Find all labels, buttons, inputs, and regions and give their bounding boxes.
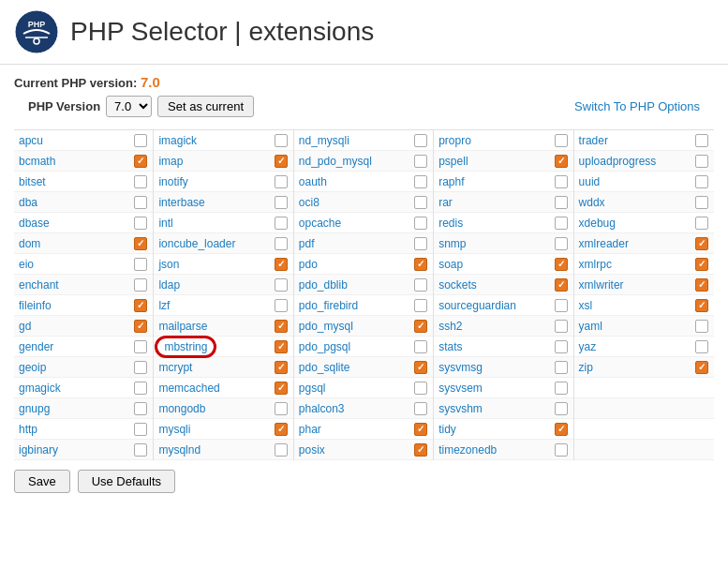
extension-name[interactable]: interbase [158,196,204,209]
extension-checkbox[interactable] [554,195,569,210]
extension-name[interactable]: memcached [158,382,219,395]
extension-name[interactable]: geoip [19,361,46,374]
extension-checkbox[interactable] [413,154,428,169]
extension-name[interactable]: wddx [579,196,605,209]
extension-name[interactable]: mysqlnd [158,443,201,457]
extension-name[interactable]: xsl [579,299,593,312]
extension-name[interactable]: fileinfo [19,299,52,312]
extension-name[interactable]: phar [299,423,321,436]
extension-checkbox[interactable] [274,236,289,251]
extension-name[interactable]: oci8 [299,196,319,209]
extension-checkbox[interactable] [274,442,289,457]
extension-name[interactable]: snmp [438,237,466,250]
extension-name[interactable]: igbinary [19,443,58,457]
extension-checkbox[interactable] [413,381,428,396]
extension-checkbox[interactable] [554,401,569,416]
extension-name[interactable]: mongodb [158,402,205,415]
extension-checkbox[interactable] [554,381,569,396]
extension-name[interactable]: json [158,258,179,271]
extension-name[interactable]: gd [19,320,31,333]
extension-checkbox[interactable] [133,174,148,189]
extension-name[interactable]: xmlrpc [579,258,612,271]
extension-checkbox[interactable] [554,422,569,437]
extension-name[interactable]: posix [299,443,325,457]
extension-name[interactable]: pdo_pgsql [299,340,350,353]
extension-name[interactable]: rar [438,196,453,209]
extension-checkbox[interactable] [133,339,148,354]
extension-checkbox[interactable] [274,195,289,210]
extension-checkbox[interactable] [694,236,709,251]
extension-name[interactable]: mbstring [158,339,213,354]
extension-checkbox[interactable] [274,174,289,189]
extension-checkbox[interactable] [133,195,148,210]
extension-name[interactable]: redis [438,217,463,230]
extension-checkbox[interactable] [413,401,428,416]
extension-checkbox[interactable] [274,381,289,396]
extension-checkbox[interactable] [413,133,428,148]
extension-name[interactable]: pgsql [299,382,326,395]
extension-name[interactable]: uuid [579,175,601,188]
extension-name[interactable]: uploadprogress [579,155,657,168]
extension-checkbox[interactable] [133,257,148,272]
extension-name[interactable]: yaml [579,320,602,333]
extension-checkbox[interactable] [274,339,289,354]
extension-checkbox[interactable] [554,319,569,334]
extension-checkbox[interactable] [413,422,428,437]
extension-checkbox[interactable] [694,298,709,313]
extension-checkbox[interactable] [274,257,289,272]
extension-checkbox[interactable] [133,401,148,416]
extension-name[interactable]: pdo_dblib [299,278,348,292]
extension-checkbox[interactable] [133,298,148,313]
extension-checkbox[interactable] [554,154,569,169]
extension-name[interactable]: sourceguardian [438,299,516,312]
extension-checkbox[interactable] [133,381,148,396]
extension-checkbox[interactable] [554,216,569,231]
extension-checkbox[interactable] [413,277,428,292]
extension-name[interactable]: ldap [158,278,180,292]
extension-name[interactable]: imagick [158,134,197,147]
extension-checkbox[interactable] [694,277,709,292]
extension-name[interactable]: zip [579,361,593,374]
extension-name[interactable]: inotify [158,175,187,188]
version-select[interactable]: 7.0 [106,96,152,117]
extension-name[interactable]: dba [19,196,37,209]
extension-checkbox[interactable] [133,360,148,375]
extension-checkbox[interactable] [413,298,428,313]
extension-checkbox[interactable] [133,442,148,457]
set-current-button[interactable]: Set as current [157,96,254,117]
extension-checkbox[interactable] [554,174,569,189]
extension-checkbox[interactable] [274,401,289,416]
extension-checkbox[interactable] [694,257,709,272]
extension-name[interactable]: bitset [19,175,46,188]
extension-name[interactable]: mysqli [158,423,190,436]
extension-checkbox[interactable] [694,195,709,210]
extension-name[interactable]: timezonedb [438,443,497,457]
extension-name[interactable]: sockets [438,278,477,292]
extension-name[interactable]: enchant [19,278,59,292]
extension-checkbox[interactable] [554,442,569,457]
extension-name[interactable]: http [19,423,37,436]
extension-name[interactable]: xmlreader [579,237,629,250]
extension-checkbox[interactable] [133,154,148,169]
extension-checkbox[interactable] [694,133,709,148]
extension-checkbox[interactable] [554,133,569,148]
extension-checkbox[interactable] [274,422,289,437]
extension-name[interactable]: soap [438,258,463,271]
extension-checkbox[interactable] [274,360,289,375]
extension-checkbox[interactable] [413,257,428,272]
extension-name[interactable]: eio [19,258,34,271]
extension-name[interactable]: gender [19,340,53,353]
extension-checkbox[interactable] [274,298,289,313]
extension-checkbox[interactable] [413,319,428,334]
extension-name[interactable]: pdo [299,258,318,271]
extension-checkbox[interactable] [694,339,709,354]
extension-checkbox[interactable] [413,216,428,231]
extension-name[interactable]: phalcon3 [299,402,345,415]
extension-name[interactable]: nd_pdo_mysql [299,155,372,168]
extension-name[interactable]: mailparse [158,320,207,333]
extension-checkbox[interactable] [554,257,569,272]
extension-name[interactable]: mcrypt [158,361,192,374]
extension-checkbox[interactable] [413,236,428,251]
extension-checkbox[interactable] [694,154,709,169]
extension-name[interactable]: dom [19,237,40,250]
